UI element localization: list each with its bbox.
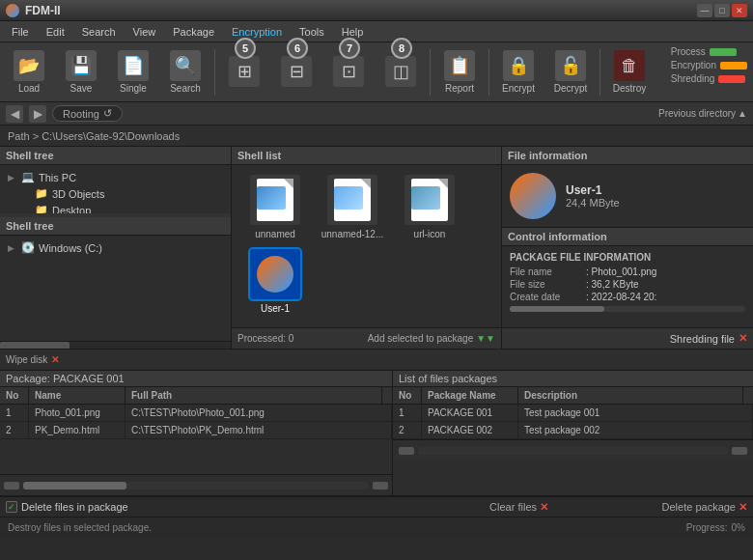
img-urlicon (411, 186, 440, 210)
fp-td-pname-2: PACKAGE 002 (422, 422, 518, 438)
package-table-header: No Name Full Path (0, 387, 392, 405)
menu-edit[interactable]: Edit (39, 24, 72, 40)
menu-package[interactable]: Package (165, 24, 222, 40)
scroll-track[interactable] (510, 306, 745, 312)
menu-view[interactable]: View (126, 24, 164, 40)
wipe-disk-icon: ✕ (51, 354, 59, 365)
process-dot (710, 48, 737, 56)
fp-th-no: No (393, 387, 422, 404)
processed-bar: Processed: 0 Add selected to package ▼▼ (232, 327, 501, 349)
desktop-label: Desktop (52, 205, 91, 214)
add-selected-button[interactable]: Add selected to package ▼▼ (368, 333, 495, 344)
report-button[interactable]: 📋 Report (434, 45, 485, 99)
shell-tree-panel: Shell tree ▶ 💻 This PC 📁 3D Objects 📁 De… (0, 147, 232, 349)
menu-encryption[interactable]: Encryption (224, 24, 290, 40)
add-selected-icon: ▼▼ (476, 333, 495, 344)
pkg-scroll-track[interactable] (23, 482, 369, 490)
fp-scroll-track[interactable] (418, 447, 728, 455)
tree-item-windows-c[interactable]: ▶ 💽 Windows (C:) (0, 239, 231, 256)
processed-label: Processed: 0 (237, 333, 293, 344)
save-button[interactable]: 💾 Save (56, 45, 106, 99)
td-no-1: 1 (0, 405, 29, 421)
tree-item-desktop[interactable]: 📁 Desktop (0, 202, 231, 213)
nav-back-button[interactable]: ◀ (6, 105, 23, 123)
search-icon: 🔍 (170, 50, 201, 81)
fp-th-pname: Package Name (422, 387, 518, 404)
tree-item-thispc[interactable]: ▶ 💻 This PC (0, 169, 231, 185)
pkg-scroll-right[interactable] (373, 482, 388, 490)
rooting-box[interactable]: Rooting ↺ (52, 105, 123, 122)
btn7-icon: ⊡ (333, 56, 364, 87)
fp-scroll-right[interactable] (732, 447, 747, 455)
destroy-text: Destroy files in selected package. (8, 522, 152, 533)
wc-drive-icon: 💽 (21, 241, 35, 254)
nav-forward-button[interactable]: ▶ (29, 105, 46, 123)
fp-td-desc-1: Test package 001 (518, 405, 753, 421)
single-button[interactable]: 📄 Single (108, 45, 158, 99)
table-row[interactable]: 2 PK_Demo.html C:\TEST\Photo\PK_Demo.htm… (0, 422, 392, 439)
separator-4 (600, 49, 600, 96)
file-info-header: File information (502, 147, 753, 165)
encrypt-button[interactable]: 🔒 Encrypt (493, 45, 544, 99)
menu-bar: File Edit Search View Package Encryption… (0, 21, 753, 42)
doc-icon-unnamed2 (334, 179, 371, 221)
wc-label: Windows (C:) (39, 242, 102, 254)
file-icons-area[interactable]: unnamed unnamed-12... url-icon (232, 165, 501, 327)
info-val-filesize: : 36,2 KByte (586, 279, 638, 290)
bottom-section: Package: PACKAGE 001 No Name Full Path 1… (0, 371, 753, 537)
pkg-file-info: PACKAGE FILE INFORMATION File name : Pho… (502, 246, 753, 327)
delete-package-button[interactable]: Delete package ✕ (662, 501, 747, 514)
menu-help[interactable]: Help (334, 24, 372, 40)
table-row[interactable]: 1 Photo_001.png C:\TEST\Photo\Photo_001.… (0, 405, 392, 422)
clear-files-label: Clear files (489, 501, 537, 513)
delete-files-checkbox[interactable]: Delete files in package (6, 501, 128, 513)
th-name: Name (29, 387, 126, 404)
destroy-button[interactable]: 🗑 Destroy (604, 45, 655, 99)
encrypt-icon: 🔒 (503, 50, 534, 81)
shredding-close-icon[interactable]: ✕ (739, 332, 747, 345)
clear-files-button[interactable]: Clear files ✕ (489, 501, 548, 514)
fdm-logo-user1 (257, 256, 293, 293)
maximize-button[interactable]: □ (714, 4, 730, 17)
menu-file[interactable]: File (4, 24, 37, 40)
expand-wc-icon: ▶ (8, 243, 17, 253)
3dobjects-folder-icon: 📁 (35, 187, 48, 200)
info-createdate: Create date : 2022-08-24 20: (510, 292, 745, 302)
file-icon-unnamed2[interactable]: unnamed-12... (319, 175, 386, 239)
fp-row[interactable]: 1 PACKAGE 001 Test package 001 (393, 405, 753, 422)
rooting-refresh-icon[interactable]: ↺ (103, 107, 112, 120)
file-icon-urlicon[interactable]: url-icon (396, 175, 463, 239)
close-button[interactable]: ✕ (732, 4, 747, 17)
minimize-button[interactable]: — (697, 4, 712, 17)
clear-files-icon: ✕ (540, 501, 548, 514)
tree-item-3dobjects[interactable]: 📁 3D Objects (0, 185, 231, 202)
file-icon-unnamed[interactable]: unnamed (241, 175, 309, 239)
info-key-filename: File name (510, 266, 582, 277)
prev-dir-button[interactable]: Previous directory ▲ (658, 108, 747, 119)
decrypt-label: Decrypt (554, 83, 587, 94)
file-label-unnamed2: unnamed-12... (321, 229, 384, 239)
fp-row[interactable]: 2 PACKAGE 002 Test package 002 (393, 422, 753, 439)
info-filesize: File size : 36,2 KByte (510, 279, 745, 290)
search-button[interactable]: 🔍 Search (160, 45, 210, 99)
load-label: Load (18, 83, 40, 94)
td-path-2: C:\TEST\Photo\PK_Demo.html (126, 422, 392, 438)
info-val-filename: : Photo_001.png (586, 266, 656, 277)
file-thumb-unnamed (250, 175, 300, 225)
wipe-disk-button[interactable]: Wipe disk ✕ (6, 354, 59, 365)
delete-files-cb-icon (6, 501, 17, 513)
menu-search[interactable]: Search (74, 24, 124, 40)
shredding-bar: Shredding file ✕ (502, 327, 753, 349)
shell-tree-scroll[interactable]: ▶ 💻 This PC 📁 3D Objects 📁 Desktop 📁 (0, 165, 231, 213)
shell-tree-header2: Shell tree (0, 217, 231, 236)
fp-scroll-left[interactable] (399, 447, 414, 455)
load-button[interactable]: 📂 Load (4, 45, 54, 99)
btn5-icon: ⊞ (229, 56, 260, 87)
file-icon-user1[interactable]: User-1 (241, 249, 309, 314)
package-list-panel: Package: PACKAGE 001 No Name Full Path 1… (0, 371, 393, 495)
decrypt-button[interactable]: 🔓 Decrypt (545, 45, 596, 99)
pkg-scroll-left[interactable] (4, 482, 19, 490)
img-unnamed2 (334, 186, 363, 210)
progress-label: Progress: (686, 522, 728, 533)
process-label: Process (671, 46, 706, 57)
